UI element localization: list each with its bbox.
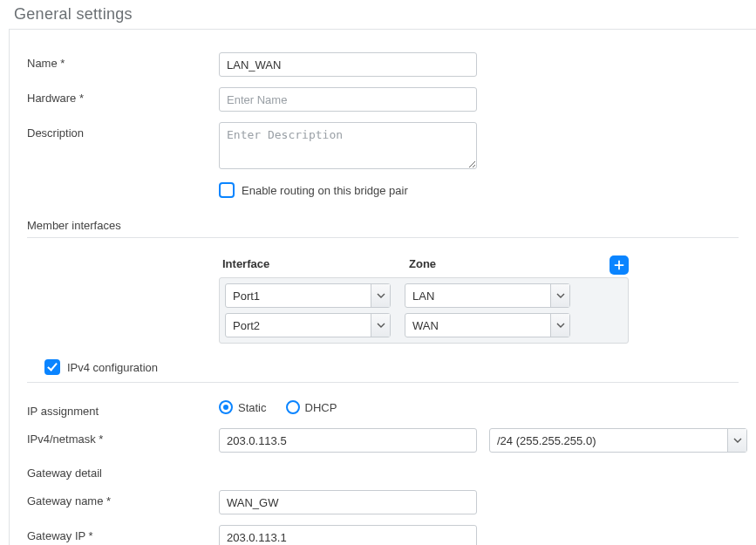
ipv4-address-input[interactable] <box>219 428 477 453</box>
interface-select-0-value: Port1 <box>233 290 260 303</box>
gateway-name-input[interactable] <box>219 490 477 514</box>
description-label: Description <box>27 122 219 140</box>
interface-select-1-value: Port2 <box>233 319 260 332</box>
table-row: Port2 WAN <box>225 313 623 337</box>
add-interface-button[interactable] <box>610 255 629 275</box>
chevron-down-icon <box>727 429 746 452</box>
table-row: Port1 LAN <box>225 283 623 308</box>
enable-routing-label: Enable routing on this bridge pair <box>242 184 408 197</box>
ipv4-netmask-label: IPv4/netmask * <box>27 428 219 446</box>
radio-icon <box>286 400 300 414</box>
zone-select-0-value: LAN <box>412 290 434 303</box>
chevron-down-icon <box>550 284 569 307</box>
zone-select-0[interactable]: LAN <box>405 283 570 308</box>
name-input[interactable] <box>219 52 477 77</box>
gateway-ip-input[interactable] <box>219 525 477 545</box>
radio-icon <box>219 400 233 414</box>
name-label: Name * <box>27 52 219 70</box>
gateway-name-label: Gateway name * <box>27 490 219 508</box>
hardware-label: Hardware * <box>27 87 219 105</box>
ip-assignment-label: IP assignment <box>27 400 219 418</box>
ip-assignment-static-label: Static <box>238 401 267 414</box>
gateway-detail-heading: Gateway detail <box>27 463 219 480</box>
plus-icon <box>613 259 625 271</box>
zone-select-1-value: WAN <box>412 319 439 332</box>
description-textarea[interactable] <box>219 122 477 169</box>
ipv4-config-checkbox[interactable] <box>44 359 60 375</box>
chevron-down-icon <box>550 314 569 337</box>
gateway-ip-label: Gateway IP * <box>27 525 219 542</box>
zone-select-1[interactable]: WAN <box>405 313 570 337</box>
ipv4-config-label: IPv4 configuration <box>67 361 158 374</box>
interface-select-0[interactable]: Port1 <box>225 283 391 308</box>
member-interfaces-heading: Member interfaces <box>27 219 739 238</box>
ip-assignment-static-radio[interactable]: Static <box>219 400 267 414</box>
netmask-select-value: /24 (255.255.255.0) <box>497 434 596 447</box>
ip-assignment-dhcp-radio[interactable]: DHCP <box>286 400 337 414</box>
page-title: General settings <box>0 0 756 29</box>
general-settings-panel: Name * Hardware * Description Enable rou… <box>9 29 756 545</box>
ip-assignment-dhcp-label: DHCP <box>305 401 337 414</box>
member-interfaces-table: Port1 LAN Port2 WAN <box>219 277 629 344</box>
netmask-select[interactable]: /24 (255.255.255.0) <box>489 428 747 453</box>
chevron-down-icon <box>371 314 390 337</box>
column-header-zone: Zone <box>409 257 629 270</box>
column-header-interface: Interface <box>222 257 409 270</box>
interface-select-1[interactable]: Port2 <box>225 313 391 337</box>
enable-routing-checkbox[interactable] <box>219 182 235 198</box>
chevron-down-icon <box>371 284 390 307</box>
hardware-input[interactable] <box>219 87 477 112</box>
